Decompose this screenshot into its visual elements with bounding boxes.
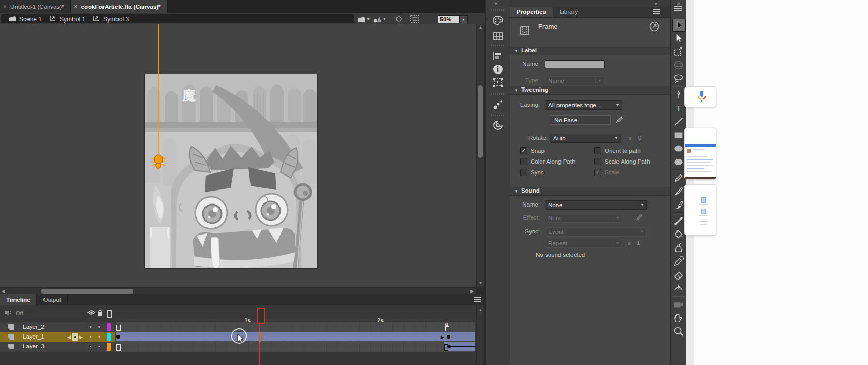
stage-pasteboard[interactable]: 魔 (0, 24, 476, 287)
checkbox-scale-along-path[interactable]: Scale Along Path (594, 158, 650, 165)
panel-menu-icon[interactable] (674, 6, 682, 11)
layer-visibility-dot[interactable]: • (90, 324, 92, 330)
stage-artwork[interactable]: 魔 (145, 74, 317, 268)
checkbox-color-along-path[interactable]: Color Along Path (520, 158, 575, 165)
section-header-label[interactable]: ▼Label (510, 47, 670, 55)
empty-keyframe[interactable] (116, 325, 121, 331)
expand-panel-icon[interactable]: » (677, 1, 680, 6)
paint-brush-tool[interactable] (672, 185, 685, 197)
center-frame-button[interactable] (395, 14, 403, 23)
layer-lock-dot[interactable]: • (98, 334, 100, 340)
cc-libraries-icon[interactable] (492, 119, 504, 132)
pencil-tool[interactable] (672, 172, 685, 184)
document-tab[interactable]: ×Untitled-1 (Canvas)* (0, 0, 71, 13)
timeline-scrollbar[interactable]: ▲ (476, 305, 484, 365)
tab-timeline[interactable]: Timeline (0, 294, 37, 305)
layer-row-layer_1[interactable]: Layer_1◀▶•• (0, 332, 115, 342)
action-keyframe[interactable] (445, 326, 449, 331)
panel-menu-icon[interactable] (474, 297, 481, 302)
outline-column-icon[interactable] (107, 310, 112, 318)
align-icon[interactable] (492, 50, 504, 62)
frame-row-layer_3[interactable] (116, 342, 475, 352)
stage-vertical-scrollbar[interactable]: ▲ ▼ (476, 24, 484, 287)
pen-tool[interactable] (672, 89, 685, 100)
checkbox-snap[interactable]: ✓Snap (520, 147, 545, 154)
section-header-tweening[interactable]: ▼Tweening (510, 86, 670, 95)
scroll-right-icon[interactable]: ▶ (469, 289, 475, 294)
text-tool[interactable]: T (672, 102, 685, 114)
panel-grip[interactable] (491, 93, 505, 95)
eyedropper-tool[interactable] (672, 255, 685, 267)
collapse-panel-icon[interactable]: » (655, 1, 658, 7)
edit-ease-pencil-icon[interactable] (616, 116, 623, 123)
current-keyframe-icon[interactable] (72, 333, 78, 341)
navigate-frame-icon[interactable] (649, 21, 659, 32)
paint-bucket-tool[interactable] (672, 228, 685, 240)
eye-icon[interactable] (87, 310, 95, 315)
polystar-tool[interactable] (672, 156, 685, 168)
swatches-icon[interactable] (492, 30, 504, 42)
tab-output[interactable]: Output (37, 294, 68, 305)
rectangle-tool[interactable] (672, 129, 685, 141)
easing-dropdown[interactable]: All properties toge...▼ (545, 100, 622, 110)
layer-outline-color[interactable] (107, 323, 111, 331)
close-tab-icon[interactable]: × (74, 3, 78, 10)
info-icon[interactable] (492, 63, 504, 76)
breadcrumb-item[interactable]: Scene 1 (8, 15, 42, 23)
scroll-down-icon[interactable]: ▼ (477, 281, 484, 285)
close-tab-icon[interactable]: × (3, 3, 7, 10)
line-tool[interactable] (672, 115, 685, 127)
breadcrumb-item[interactable]: Symbol 3 (93, 15, 129, 23)
panel-grip[interactable] (491, 9, 505, 11)
webpage-thumbnail[interactable] (684, 128, 716, 180)
layer-lock-dot[interactable]: • (98, 324, 100, 330)
layer-visibility-dot[interactable]: • (90, 334, 92, 340)
keyframe-nav[interactable]: ◀▶ (66, 333, 84, 341)
hand-tool[interactable] (672, 312, 685, 324)
color-palette-icon[interactable] (492, 14, 504, 27)
frame-row-layer_1[interactable]: ▶› (116, 332, 475, 342)
parenting-view-toggle[interactable]: Off (4, 310, 23, 316)
scroll-left-icon[interactable]: ◀ (0, 289, 6, 294)
subselection-tool[interactable] (672, 32, 685, 44)
sound-name-dropdown[interactable]: None▼ (545, 200, 647, 210)
layer-visibility-dot[interactable]: • (90, 344, 92, 349)
checkbox-box[interactable]: ✓ (520, 147, 527, 154)
section-header-sound[interactable]: ▼Sound (510, 187, 670, 196)
layer-outline-color[interactable] (107, 343, 111, 351)
zoom-tool[interactable] (672, 325, 685, 337)
stage-zoom-dropdown[interactable]: 50% ▼ (438, 15, 468, 24)
collapse-panels-icon[interactable]: « (495, 1, 498, 6)
panel-grip[interactable] (491, 45, 505, 46)
google-mic-thumbnail[interactable] (684, 86, 716, 107)
breadcrumb-item[interactable]: Symbol 1 (49, 15, 85, 23)
panel-menu-icon[interactable] (653, 9, 660, 14)
checkbox-orient-to-path[interactable]: Orient to path (594, 147, 641, 154)
ink-bottle-tool[interactable] (672, 242, 685, 254)
transform-icon[interactable] (492, 76, 504, 89)
panel-grip[interactable] (491, 115, 505, 116)
layer-outline-color[interactable] (107, 333, 111, 341)
checkbox-box[interactable] (594, 147, 601, 154)
checkbox-box[interactable] (520, 158, 527, 165)
playhead-handle[interactable] (257, 308, 265, 324)
edit-scene-button[interactable]: ▼ (357, 14, 370, 23)
keyframe-dot[interactable] (447, 345, 451, 348)
stage-horizontal-scrollbar[interactable]: ◀ ▶ (0, 287, 476, 295)
free-transform-tool[interactable] (672, 46, 685, 57)
lock-icon[interactable] (97, 310, 103, 316)
layer-row-layer_2[interactable]: Layer_2•• (0, 322, 115, 332)
document-tab[interactable]: ×cookForArticle.fla (Canvas)* (71, 0, 168, 13)
width-tool[interactable] (672, 282, 685, 294)
label-name-input[interactable] (545, 60, 605, 68)
bone-tool[interactable] (672, 215, 685, 227)
layer-row-layer_3[interactable]: Layer_3•• (0, 342, 115, 352)
scrollbar-thumb[interactable] (478, 85, 483, 158)
keyframe-dot[interactable] (447, 335, 450, 339)
empty-keyframe[interactable] (116, 344, 121, 351)
eraser-tool[interactable] (672, 269, 685, 281)
spider-icon[interactable] (149, 153, 168, 170)
rotate-count-hotttext[interactable]: 0 (638, 135, 641, 141)
checkbox-sync[interactable]: Sync (520, 169, 544, 176)
frame-row-layer_2[interactable]: a (116, 322, 475, 332)
